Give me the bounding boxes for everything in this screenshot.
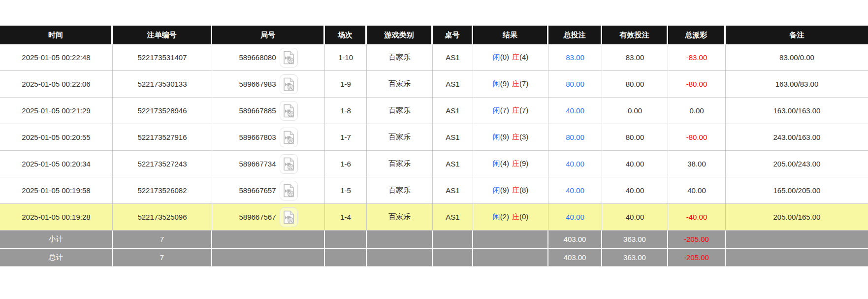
cell-table-no: AS1 xyxy=(433,71,473,98)
video-replay-button[interactable] xyxy=(280,181,298,200)
cell-result: 闲(2)庄(0) xyxy=(473,204,548,231)
summary-row: 总计 7 403.00 363.00 -205.00 xyxy=(0,249,868,266)
cell-remark: 163.00/163.00 xyxy=(726,98,868,124)
cell-remark: 163.00/83.00 xyxy=(726,71,868,98)
banker-score: (4) xyxy=(519,53,528,61)
table-row: 2025-01-05 00:19:28 522173525096 5896675… xyxy=(0,204,868,231)
cell-game-type: 百家乐 xyxy=(367,151,433,177)
player-score: (4) xyxy=(500,159,509,167)
cell-remark: 83.00/0.00 xyxy=(726,44,868,71)
cell-bet-id: 522173528946 xyxy=(113,98,212,124)
player-score: (9) xyxy=(500,133,509,141)
cell-valid-bet: 0.00 xyxy=(602,98,668,124)
cell-bet-id: 522173526082 xyxy=(113,177,212,204)
summary-empty-session xyxy=(325,249,367,266)
player-label: 闲 xyxy=(493,159,500,167)
cell-payout: -80.00 xyxy=(668,124,726,151)
header-row: 时间注单编号局号场次游戏类别桌号结果总投注有效投注总派彩备注 xyxy=(0,26,868,44)
video-file-icon xyxy=(282,103,295,118)
cell-table-no: AS1 xyxy=(433,151,473,177)
cell-result: 闲(9)庄(7) xyxy=(473,71,548,98)
cell-total-bet: 80.00 xyxy=(548,124,602,151)
table-row: 2025-01-05 00:21:29 522173528946 5896678… xyxy=(0,98,868,124)
banker-label: 庄 xyxy=(512,159,519,167)
cell-valid-bet: 80.00 xyxy=(602,71,668,98)
cell-remark: 205.00/243.00 xyxy=(726,151,868,177)
round-number: 589667657 xyxy=(239,186,276,195)
cell-result: 闲(7)庄(7) xyxy=(473,98,548,124)
cell-time: 2025-01-05 00:22:48 xyxy=(0,44,113,71)
video-replay-button[interactable] xyxy=(280,101,298,121)
cell-total-bet: 40.00 xyxy=(548,204,602,231)
cell-valid-bet: 83.00 xyxy=(602,44,668,71)
cell-session: 1-7 xyxy=(325,124,367,151)
column-header-valid_bet: 有效投注 xyxy=(602,26,668,44)
video-replay-button[interactable] xyxy=(280,207,298,227)
video-replay-button[interactable] xyxy=(280,154,298,174)
cell-total-bet: 40.00 xyxy=(548,98,602,124)
column-header-session: 场次 xyxy=(325,26,367,44)
cell-payout: -83.00 xyxy=(668,44,726,71)
summary-valid-bet: 363.00 xyxy=(602,231,668,249)
banker-score: (8) xyxy=(519,186,528,194)
cell-game-type: 百家乐 xyxy=(367,71,433,98)
cell-remark: 165.00/205.00 xyxy=(726,177,868,204)
video-replay-button[interactable] xyxy=(280,48,298,67)
cell-payout: -80.00 xyxy=(668,71,726,98)
column-header-payout: 总派彩 xyxy=(668,26,726,44)
cell-payout: 38.00 xyxy=(668,151,726,177)
cell-bet-id: 522173531407 xyxy=(113,44,212,71)
player-score: (9) xyxy=(500,79,509,88)
column-header-table_no: 桌号 xyxy=(433,26,473,44)
summary-payout: -205.00 xyxy=(668,249,726,266)
column-header-bet_id: 注单编号 xyxy=(113,26,212,44)
summary-label: 总计 xyxy=(0,249,113,266)
cell-valid-bet: 80.00 xyxy=(602,124,668,151)
cell-round: 589667734 xyxy=(212,151,325,177)
cell-payout: -40.00 xyxy=(668,204,726,231)
cell-bet-id: 522173527916 xyxy=(113,124,212,151)
video-file-icon xyxy=(282,77,295,92)
summary-total-bet: 403.00 xyxy=(548,249,602,266)
cell-payout: 40.00 xyxy=(668,177,726,204)
video-file-icon xyxy=(282,210,295,225)
summary-empty-round xyxy=(212,231,325,249)
summary-valid-bet: 363.00 xyxy=(602,249,668,266)
cell-game-type: 百家乐 xyxy=(367,204,433,231)
banker-label: 庄 xyxy=(512,212,519,221)
round-number: 589667983 xyxy=(239,80,276,88)
column-header-remark: 备注 xyxy=(726,26,868,44)
player-score: (9) xyxy=(500,186,509,194)
cell-valid-bet: 40.00 xyxy=(602,204,668,231)
banker-score: (7) xyxy=(519,106,528,114)
cell-round: 589667885 xyxy=(212,98,325,124)
cell-total-bet: 40.00 xyxy=(548,151,602,177)
summary-empty-game xyxy=(367,231,433,249)
cell-round: 589668080 xyxy=(212,44,325,71)
video-replay-button[interactable] xyxy=(280,74,298,94)
video-file-icon xyxy=(282,130,295,145)
column-header-game_type: 游戏类别 xyxy=(367,26,433,44)
table-row: 2025-01-05 00:20:55 522173527916 5896678… xyxy=(0,124,868,151)
banker-label: 庄 xyxy=(512,79,519,88)
banker-label: 庄 xyxy=(512,186,519,194)
banker-score: (9) xyxy=(519,159,528,167)
cell-bet-id: 522173530133 xyxy=(113,71,212,98)
banker-label: 庄 xyxy=(512,106,519,114)
summary-label: 小计 xyxy=(0,231,113,249)
cell-round: 589667657 xyxy=(212,177,325,204)
cell-session: 1-4 xyxy=(325,204,367,231)
table-row: 2025-01-05 00:20:34 522173527243 5896677… xyxy=(0,151,868,177)
cell-session: 1-10 xyxy=(325,44,367,71)
summary-empty-remark xyxy=(726,231,868,249)
cell-session: 1-8 xyxy=(325,98,367,124)
player-score: (2) xyxy=(500,212,509,221)
summary-count: 7 xyxy=(113,249,212,266)
summary-row: 小计 7 403.00 363.00 -205.00 xyxy=(0,231,868,249)
table-row: 2025-01-05 00:22:48 522173531407 5896680… xyxy=(0,44,868,71)
cell-total-bet: 40.00 xyxy=(548,177,602,204)
video-replay-button[interactable] xyxy=(280,128,298,147)
round-number: 589668080 xyxy=(239,53,276,62)
cell-table-no: AS1 xyxy=(433,98,473,124)
player-label: 闲 xyxy=(493,186,500,194)
